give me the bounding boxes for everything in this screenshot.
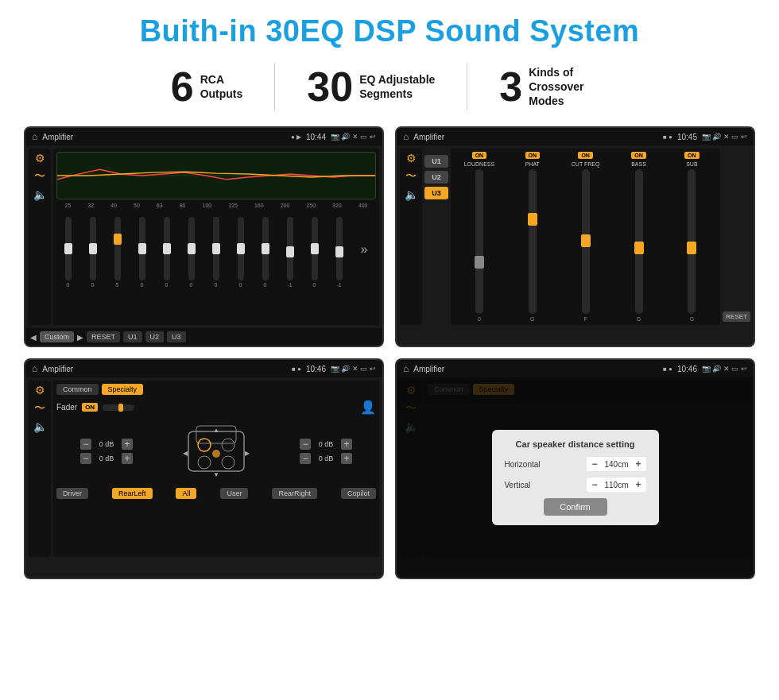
eq-slider-1[interactable]: 0 xyxy=(65,217,72,288)
fader-filter-icon[interactable]: ⚙ xyxy=(30,384,49,396)
mixer-presets: U1 U2 U3 xyxy=(424,149,448,325)
eq-home-icon[interactable]: ⌂ xyxy=(32,131,37,142)
fader-title: Amplifier xyxy=(42,365,287,373)
mixer-reset-btn[interactable]: RESET xyxy=(723,311,750,322)
svg-point-6 xyxy=(222,456,234,469)
eq-u1-btn[interactable]: U1 xyxy=(123,331,142,342)
mixer-home-icon[interactable]: ⌂ xyxy=(403,131,409,142)
confirm-button[interactable]: Confirm xyxy=(544,498,607,516)
eq-slider-8[interactable]: 0 xyxy=(238,217,244,288)
eq-slider-7[interactable]: 0 xyxy=(213,217,219,288)
sub-label: SUB xyxy=(686,161,697,167)
eq-slider-12[interactable]: -1 xyxy=(336,217,343,288)
dialog-status-icons: 📷 🔊 ✕ ▭ ↩ xyxy=(702,365,747,373)
btn-user[interactable]: User xyxy=(220,488,248,499)
db-minus-rl[interactable]: − xyxy=(80,453,91,464)
bass-on[interactable]: ON xyxy=(631,152,646,159)
eq-slider-4[interactable]: 0 xyxy=(139,217,145,288)
fader-vol-icon[interactable]: 🔈 xyxy=(30,420,49,433)
eq-slider-2[interactable]: 0 xyxy=(90,217,96,288)
eq-prev-arrow[interactable]: ◀ xyxy=(30,333,37,342)
bass-slider[interactable] xyxy=(635,169,643,314)
mixer-filter-icon[interactable]: ⚙ xyxy=(401,152,421,164)
fader-time: 10:46 xyxy=(306,365,326,373)
stats-row: 6 RCAOutputs 30 EQ AdjustableSegments 3 … xyxy=(24,63,755,110)
db-minus-rr[interactable]: − xyxy=(300,453,311,464)
eq-u2-btn[interactable]: U2 xyxy=(145,331,165,342)
eq-freq-160: 160 xyxy=(254,203,264,208)
eq-slider-6[interactable]: 0 xyxy=(188,217,195,288)
db-plus-fr[interactable]: + xyxy=(341,439,352,450)
eq-slider-5[interactable]: 0 xyxy=(164,217,170,288)
db-plus-rl[interactable]: + xyxy=(122,453,133,464)
eq-graph xyxy=(56,152,376,199)
screen-mixer: ⌂ Amplifier ■ ● 10:45 📷 🔊 ✕ ▭ ↩ ⚙ 〜 🔈 U1… xyxy=(395,126,755,347)
eq-sidebar: ⚙ 〜 🔈 xyxy=(29,149,51,325)
fader-wave-icon[interactable]: 〜 xyxy=(30,401,49,416)
btn-rearleft[interactable]: RearLeft xyxy=(112,488,153,499)
db-plus-rr[interactable]: + xyxy=(341,453,352,464)
eq-main-area: 25 32 40 50 63 80 100 125 160 200 250 32… xyxy=(53,149,379,325)
fader-h-slider[interactable] xyxy=(103,404,134,411)
stat-eq: 30 EQ AdjustableSegments xyxy=(275,66,467,107)
loudness-on[interactable]: ON xyxy=(472,152,487,159)
svg-text:▼: ▼ xyxy=(213,471,219,478)
eq-slider-3[interactable]: 5 xyxy=(114,217,121,288)
eq-speaker-icon[interactable]: 🔈 xyxy=(30,188,49,201)
db-minus-fl[interactable]: − xyxy=(80,439,91,450)
eq-filter-icon[interactable]: ⚙ xyxy=(30,152,49,164)
preset-u2[interactable]: U2 xyxy=(424,171,448,184)
dialog-horizontal-plus[interactable]: + xyxy=(635,458,641,470)
eq-u3-btn[interactable]: U3 xyxy=(167,331,186,342)
eq-slider-11[interactable]: 0 xyxy=(312,217,318,288)
channel-sub: ON SUB G xyxy=(666,152,717,322)
fader-sidebar: ⚙ 〜 🔈 xyxy=(29,381,51,557)
fader-on-badge[interactable]: ON xyxy=(82,403,98,412)
mixer-wave-icon[interactable]: 〜 xyxy=(401,169,421,184)
fader-profile-icon[interactable]: 👤 xyxy=(360,400,376,415)
mixer-speaker-icon[interactable]: 🔈 xyxy=(401,188,421,201)
preset-u3[interactable]: U3 xyxy=(424,187,448,199)
eq-bottom-bar: ◀ Custom ▶ RESET U1 U2 U3 xyxy=(25,328,382,346)
db-plus-fl[interactable]: + xyxy=(122,439,133,450)
btn-copilot[interactable]: Copilot xyxy=(341,488,376,499)
eq-time: 10:44 xyxy=(306,133,326,141)
cutfreq-on[interactable]: ON xyxy=(578,152,593,159)
phat-label: PHAT xyxy=(525,161,540,167)
dialog-vertical-control: − 110cm + xyxy=(587,478,645,492)
loudness-slider[interactable] xyxy=(475,169,483,314)
sub-val: G xyxy=(690,316,694,322)
dialog-vertical-plus[interactable]: + xyxy=(635,479,641,490)
eq-slider-9[interactable]: 0 xyxy=(262,217,269,288)
btn-rearright[interactable]: RearRight xyxy=(272,488,317,499)
eq-status-icons: 📷 🔊 ✕ ▭ ↩ xyxy=(331,133,376,141)
eq-wave-icon[interactable]: 〜 xyxy=(30,169,49,184)
sub-on[interactable]: ON xyxy=(684,152,700,159)
preset-u1[interactable]: U1 xyxy=(424,155,448,168)
eq-freq-320: 320 xyxy=(332,203,342,208)
eq-next-arrow[interactable]: ▶ xyxy=(77,333,83,342)
dialog-horizontal-control: − 140cm + xyxy=(587,457,645,471)
sub-slider[interactable] xyxy=(688,169,696,314)
stat-rca: 6 RCAOutputs xyxy=(139,66,275,107)
dialog-vertical-minus[interactable]: − xyxy=(591,479,597,490)
eq-slider-10[interactable]: -1 xyxy=(287,217,293,288)
screens-grid: ⌂ Amplifier ● ▶ 10:44 📷 🔊 ✕ ▭ ↩ ⚙ 〜 🔈 xyxy=(24,126,755,579)
fader-right-controls: − 0 dB + − 0 dB + xyxy=(300,439,352,464)
eq-reset-btn[interactable]: RESET xyxy=(87,331,120,342)
btn-all[interactable]: All xyxy=(176,488,196,499)
eq-custom-btn[interactable]: Custom xyxy=(40,331,74,342)
db-minus-fr[interactable]: − xyxy=(300,439,311,450)
tab-common[interactable]: Common xyxy=(56,384,99,395)
btn-driver[interactable]: Driver xyxy=(56,488,88,499)
phat-slider[interactable] xyxy=(529,169,537,314)
fader-home-icon[interactable]: ⌂ xyxy=(32,363,37,374)
cutfreq-slider[interactable] xyxy=(582,169,590,314)
dialog-status-bar: ⌂ Amplifier ■ ● 10:46 📷 🔊 ✕ ▭ ↩ xyxy=(397,360,754,377)
fader-status-bar: ⌂ Amplifier ■ ● 10:46 📷 🔊 ✕ ▭ ↩ xyxy=(25,360,382,377)
dialog-home-icon[interactable]: ⌂ xyxy=(403,363,409,374)
tab-specialty[interactable]: Specialty xyxy=(102,384,144,395)
loudness-label: LOUDNESS xyxy=(464,161,495,167)
dialog-horizontal-minus[interactable]: − xyxy=(591,458,597,470)
phat-on[interactable]: ON xyxy=(525,152,541,159)
